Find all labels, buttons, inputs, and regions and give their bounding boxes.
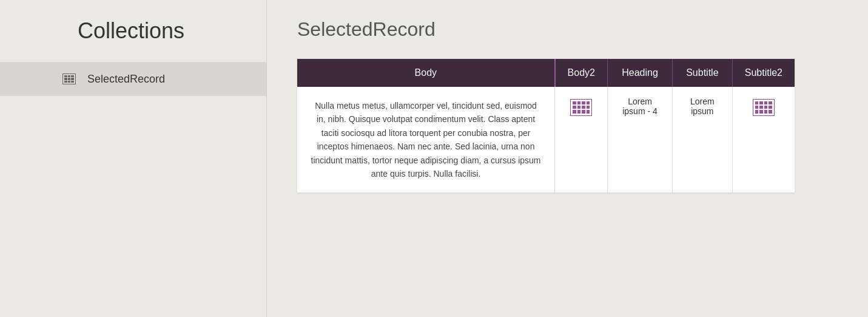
body2-grid-icon bbox=[570, 99, 592, 116]
cell-body: Nulla metus metus, ullamcorper vel, tinc… bbox=[297, 87, 555, 193]
col-header-body2: Body2 bbox=[555, 59, 608, 87]
sidebar-title: Collections bbox=[0, 18, 266, 62]
grid-icon bbox=[61, 70, 78, 87]
col-header-subtitle2: Subtitle2 bbox=[732, 59, 795, 87]
cell-subtitle2 bbox=[732, 87, 795, 193]
cell-body2 bbox=[555, 87, 608, 193]
data-table: Body Body2 Heading Subtitle Subtitle2 Nu… bbox=[297, 59, 795, 193]
subtitle2-grid-icon bbox=[753, 99, 775, 116]
col-header-body: Body bbox=[297, 59, 555, 87]
col-header-heading: Heading bbox=[607, 59, 672, 87]
col-header-subtitle: Subtitle bbox=[673, 59, 733, 87]
sidebar-item-selected-record[interactable]: SelectedRecord bbox=[0, 62, 266, 96]
page-title: SelectedRecord bbox=[297, 18, 838, 41]
sidebar-item-label: SelectedRecord bbox=[87, 73, 165, 86]
main-content: SelectedRecord Body Body2 Heading Subtit… bbox=[267, 0, 868, 317]
cell-heading: Lorem ipsum - 4 bbox=[607, 87, 672, 193]
cell-subtitle: Lorem ipsum bbox=[673, 87, 733, 193]
sidebar: Collections SelectedRecord bbox=[0, 0, 267, 317]
table-row: Nulla metus metus, ullamcorper vel, tinc… bbox=[297, 87, 795, 193]
